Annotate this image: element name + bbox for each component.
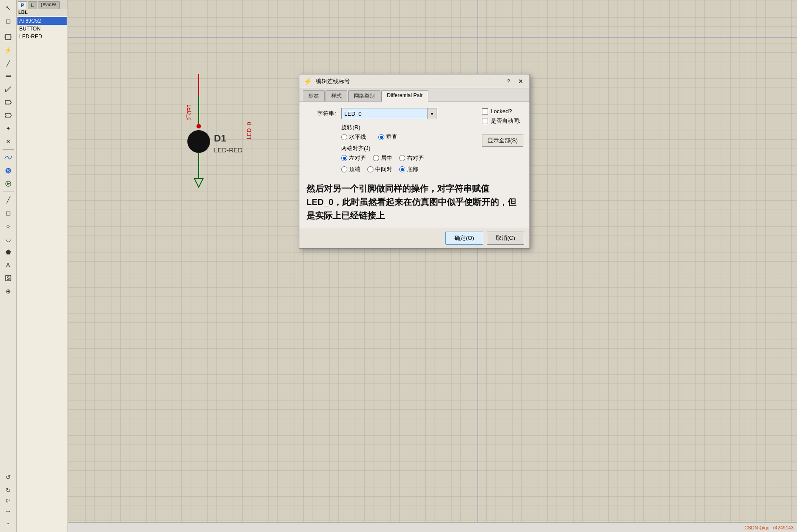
radio-horizontal-label: 水平线 [349,133,366,141]
text-btn[interactable]: A [2,259,14,271]
autosync-checkbox[interactable]: 是否自动同: [482,117,523,125]
sidebar-tab-l[interactable]: L [28,1,37,9]
dialog-titlebar: ⚡ 编辑连线标号 ? × [299,74,529,88]
autosync-checkbox-label: 是否自动同: [491,117,521,125]
busentry-btn[interactable] [2,83,14,95]
edit-netlabel-dialog: ⚡ 编辑连线标号 ? × 标签 样式 网络类别 Differential Pai… [299,74,530,249]
right-options: Locked? 是否自动同: 显示全部(S) [482,108,523,147]
radio-horizontal[interactable]: 水平线 [341,133,366,141]
radio-align-middle-label: 中间对 [375,165,392,173]
left-toolbar: ↖ ◻ ⚡ ╱ ✦ ✕ [0,0,17,532]
dialog-title-text: 编辑连线标号 [316,77,501,85]
char-string-value: LED_0 [342,108,427,119]
wave-btn[interactable] [2,152,14,164]
textbold-btn[interactable]: S [2,272,14,284]
sidebar-item-button[interactable]: BUTTON [17,25,67,33]
radio-align-top-circle [341,166,347,172]
wire-btn[interactable]: ╱ [2,57,14,69]
pin-btn[interactable]: ⊕ [2,285,14,297]
radio-align-right-circle [399,155,405,161]
alignment-section: 两端对齐(J) 左对齐 居中 [305,145,523,173]
dialog-body-text: 然后对另一个引脚做同样的操作，对字符串赋值LED_0，此时虽然看起来在仿真图中似… [306,182,522,222]
power-btn[interactable]: ⚡ [2,44,14,56]
alignment-row1: 左对齐 居中 右对齐 [341,154,523,162]
autosync-checkbox-box [482,118,488,124]
rect-btn[interactable]: ◻ [2,207,14,219]
nav-left-btn[interactable]: ↔ [2,505,14,517]
svg-marker-6 [5,101,11,104]
radio-align-left-label: 左对齐 [349,154,366,162]
show-all-button[interactable]: 显示全部(S) [482,135,523,147]
cancel-button[interactable]: 取消(C) [487,232,524,245]
annotate-btn[interactable]: S [2,165,14,177]
radio-align-bottom[interactable]: 底部 [399,165,418,173]
radio-align-bottom-circle [399,166,405,172]
sidebar-list: AT89C52 BUTTON LED-RED [17,16,68,532]
poly-btn[interactable]: ⬟ [2,246,14,258]
radio-align-right[interactable]: 右对齐 [399,154,424,162]
char-string-dropdown[interactable]: ▼ [427,108,437,119]
svg-line-4 [6,87,11,92]
radio-align-left-circle [341,155,347,161]
dialog-overlay: ⚡ 编辑连线标号 ? × 标签 样式 网络类别 Differential Pai… [68,0,797,532]
junction-btn[interactable]: ✦ [2,122,14,135]
char-string-input[interactable]: LED_0 ▼ [341,108,437,119]
svg-rect-0 [6,34,11,40]
circle-btn[interactable]: ○ [2,220,14,232]
lbl-label: LBL [17,9,68,16]
sidebar-tab-p[interactable]: P [18,1,27,9]
dialog-help-button[interactable]: ? [504,77,513,86]
tab-tag[interactable]: 标签 [303,90,325,101]
radio-align-left[interactable]: 左对齐 [341,154,366,162]
radio-align-top-label: 顶端 [349,165,360,173]
char-string-label: 字符串: [305,110,336,118]
dialog-close-button[interactable]: × [516,77,525,86]
select-btn[interactable]: ◻ [2,15,14,27]
arc-btn[interactable]: ◡ [2,233,14,245]
sim-btn[interactable] [2,178,14,190]
canvas-area[interactable]: D1 LED-RED LED_0 LED_0 ⚡ 编辑连线标号 ? × 标签 样… [68,0,797,532]
radio-vertical-circle [378,134,384,140]
radio-vertical-label: 垂直 [386,133,397,141]
svg-text:S: S [7,168,10,173]
sidebar-tab-devices[interactable]: }EVICE5 [38,1,60,9]
radio-align-center-label: 居中 [381,154,392,162]
alignment-row2: 顶端 中间对 底部 [341,165,523,173]
locked-checkbox-box [482,108,488,114]
degree-display: 0° [6,497,10,504]
cursor-btn[interactable]: ↖ [2,2,14,14]
bus-btn[interactable] [2,70,14,82]
radio-horizontal-circle [341,134,347,140]
sidebar-tabs: P L }EVICE5 [17,0,68,9]
radio-align-center-circle [373,155,379,161]
radio-align-middle[interactable]: 中间对 [367,165,392,173]
sidebar-panel: P L }EVICE5 LBL AT89C52 BUTTON LED-RED [17,0,68,532]
dialog-footer: 确定(O) 取消(C) [299,228,529,248]
locked-checkbox[interactable]: Locked? [482,108,523,114]
nav-up-btn[interactable]: ↑ [2,518,14,530]
radio-align-middle-circle [367,166,373,172]
line-btn[interactable]: ╱ [2,194,14,206]
tab-style[interactable]: 样式 [326,90,347,101]
radio-align-bottom-label: 底部 [407,165,418,173]
radio-vertical[interactable]: 垂直 [378,133,397,141]
netlabel-btn[interactable] [2,96,14,108]
undo-btn[interactable]: ↺ [2,471,14,483]
svg-text:S: S [7,276,10,281]
confirm-button[interactable]: 确定(O) [445,232,483,245]
sidebar-item-led-red[interactable]: LED-RED [17,33,67,40]
tab-netclass[interactable]: 网络类别 [348,90,380,101]
main-container: ↖ ◻ ⚡ ╱ ✦ ✕ [0,0,797,532]
sidebar-item-at89c52[interactable]: AT89C52 [17,17,67,25]
radio-align-center[interactable]: 居中 [373,154,392,162]
dialog-title-icon: ⚡ [304,77,312,85]
component-btn[interactable] [2,31,14,43]
svg-marker-7 [5,114,11,117]
tab-diffpair[interactable]: Differential Pair [381,90,428,102]
dialog-tabs: 标签 样式 网络类别 Differential Pair [299,88,529,102]
globalnet-btn[interactable] [2,109,14,121]
noconn-btn[interactable]: ✕ [2,135,14,148]
dialog-content: Locked? 是否自动同: 显示全部(S) 字符串: [299,102,529,180]
redo-btn[interactable]: ↻ [2,484,14,496]
radio-align-top[interactable]: 顶端 [341,165,360,173]
